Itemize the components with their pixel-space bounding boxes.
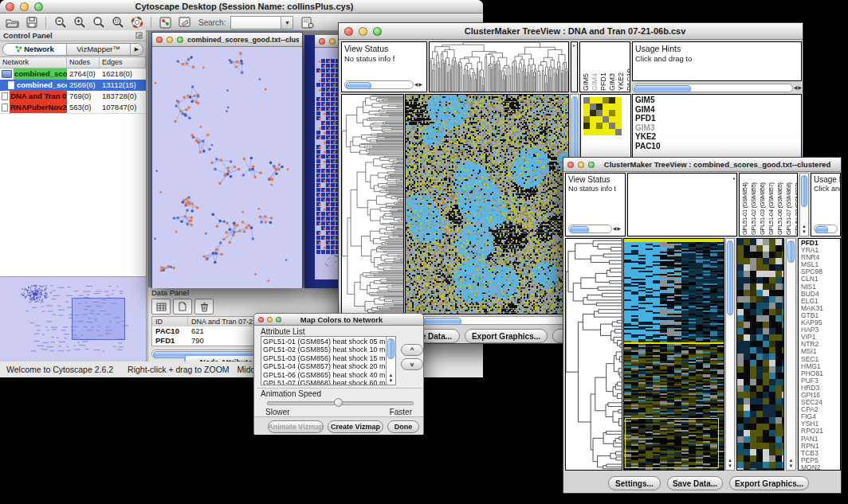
tv2-gene-scrollbar[interactable]: ▲▼ [786,238,796,471]
create-vizmap-button[interactable]: Create Vizmap [328,420,383,433]
view-status-scrollbar[interactable]: ◀ ▶ [344,80,422,89]
attribute-browser-icon[interactable] [299,15,316,30]
col-nodes[interactable]: Nodes [67,57,100,68]
export-graphics-button[interactable]: Export Graphics... [465,329,548,343]
tv2-global-heatmap[interactable] [623,238,724,471]
strip-arrow-icon[interactable]: ▸ [733,175,736,181]
delete-attribute-icon[interactable] [194,299,214,315]
network-row[interactable]: combined_scores 2764(0) 16218(0) [0,68,146,80]
tv2-gene-tree[interactable] [566,239,622,470]
tv1-global-heatmap[interactable] [405,94,569,315]
tv1-usage-scrollbar[interactable]: ◀ ▶ [632,84,802,92]
new-attribute-icon[interactable] [173,299,192,315]
close-button[interactable] [156,37,163,43]
usage-scrollbar[interactable] [814,225,838,233]
export-graphics-button[interactable]: Export Graphics... [729,476,809,490]
minimize-button[interactable] [167,37,173,43]
scroll-right-icon[interactable]: ▶ [617,226,621,232]
close-button[interactable] [6,2,14,11]
tv2-heatmap-vscrollbar[interactable]: ▲▼ [725,238,735,471]
tv2-zoom-heatmap[interactable] [736,238,784,471]
scroll-up-icon[interactable]: ▲ [389,373,394,377]
tv1-gene-tree[interactable] [342,95,403,314]
minimize-button[interactable] [329,38,336,45]
tv2-array-scrollbar[interactable]: ▲▼ [799,173,809,236]
animate-vizmap-button[interactable]: Animate Vizmap [268,420,324,433]
tab-vizmapper[interactable]: VizMapper™ [67,44,131,55]
search-dropdown-button[interactable]: ▼ [281,16,293,29]
treeview2-titlebar[interactable]: ClusterMaker TreeView : combined_scores_… [563,158,841,172]
scroll-down-icon[interactable]: ▼ [389,378,394,383]
tv1-gene-dendrogram[interactable] [341,94,404,315]
minimize-button[interactable] [578,162,584,168]
network-row[interactable]: RNAPuberNov2+I 563(0) 107847(0) [0,102,146,113]
scroll-up-icon[interactable]: ▲ [789,458,794,463]
treeview1-titlebar[interactable]: ClusterMaker TreeView : DNA and Tran 07-… [339,23,803,40]
maximize-button[interactable] [177,37,183,43]
annotation-icon[interactable] [176,15,193,30]
col-id[interactable]: ID [152,317,188,326]
scroll-down-icon[interactable]: ▼ [802,229,807,234]
maximize-button[interactable] [373,27,382,36]
col-network[interactable]: Network [0,57,67,68]
view-status-scrollbar[interactable]: ◀ ▶ [568,225,621,233]
close-button[interactable] [258,317,264,322]
scroll-left-icon[interactable]: ◀ [794,85,798,91]
zoom-in-icon[interactable] [71,15,88,30]
tv2-zoom-heatmap[interactable] [737,239,783,470]
move-down-button[interactable]: v [401,358,423,370]
maximize-button[interactable] [588,162,595,168]
tv2-array-dendrogram[interactable]: ▸ [627,173,737,236]
zoom-fit-icon[interactable] [90,15,107,30]
tv1-matrix[interactable] [583,97,622,135]
cytoscape-titlebar[interactable]: Cytoscape Desktop (Session Name: collins… [0,0,483,14]
attribute-listbox[interactable]: GPL51-01 (GSM854) heat shock 05 minGPL51… [261,336,396,385]
minimize-button[interactable] [359,27,367,36]
strip-arrow-icon[interactable]: ▸ [571,42,577,48]
vizmap-icon[interactable] [157,15,174,30]
tv2-gene-labels[interactable]: PFD1YRA1RNR4MSL1SPC98CLN1NIS1BUD4ELG1MAK… [798,238,841,471]
close-button[interactable] [344,27,353,36]
network-row[interactable]: DNA and Tran 07 769(0) 183728(0) [0,91,146,102]
network-titlebar[interactable]: combined_scores_good.txt--cluste... [152,33,302,47]
scroll-right-icon[interactable]: ▶ [418,82,422,88]
tab-network[interactable]: Network [3,44,67,55]
network-row-selected[interactable]: combined_sco 2569(6) 13112(15) [0,80,146,91]
tv2-gene-dendrogram[interactable] [565,238,622,471]
open-session-icon[interactable] [4,15,21,30]
scroll-up-icon[interactable]: ▲ [802,224,807,229]
zoom-out-icon[interactable] [52,15,69,30]
zoom-selected-icon[interactable] [109,15,126,30]
tv1-array-dendrogram[interactable] [429,41,569,92]
table-mode-icon[interactable] [151,299,171,315]
scroll-left-icon[interactable]: ◀ [613,226,617,232]
maximize-button[interactable] [276,317,281,322]
maximize-button[interactable] [34,2,43,11]
close-button[interactable] [567,162,574,168]
tv1-array-labels[interactable]: GIM5GIM4PFD1GIM3YKE2PAC10 [579,41,630,92]
dialog-titlebar[interactable]: Map Colors to Network [254,314,423,326]
speed-slider-thumb[interactable] [334,398,343,407]
save-data-button[interactable]: Save Data... [667,476,723,490]
search-input[interactable] [230,16,281,29]
done-button[interactable]: Done [387,420,419,433]
tv1-array-tree[interactable] [430,42,568,92]
float-panel-icon[interactable] [135,32,143,39]
tv1-heatmap[interactable] [406,95,568,314]
scroll-down-icon[interactable]: ▼ [728,463,732,468]
move-up-button[interactable]: ^ [401,344,423,356]
tv2-array-labels[interactable]: GPL51-01 (GSM854)GPL51-02 (GSM855)GPL51-… [739,173,798,236]
save-session-icon[interactable] [23,15,40,30]
minimize-button[interactable] [20,2,29,11]
scroll-right-icon[interactable]: ▶ [798,85,802,91]
tv2-heatmap[interactable] [624,239,724,470]
scroll-up-icon[interactable]: ▲ [728,458,732,463]
tv1-heatmap-hscrollbar[interactable] [405,316,569,325]
help-lifesaver-icon[interactable] [128,15,145,30]
settings-button[interactable]: Settings... [608,476,661,490]
scroll-left-icon[interactable]: ◀ [414,82,418,88]
col-edges[interactable]: Edges [100,57,146,68]
overview-canvas[interactable] [2,279,143,355]
minimize-button[interactable] [267,317,273,322]
attribute-list-scrollbar[interactable]: ▲▼ [386,337,395,385]
